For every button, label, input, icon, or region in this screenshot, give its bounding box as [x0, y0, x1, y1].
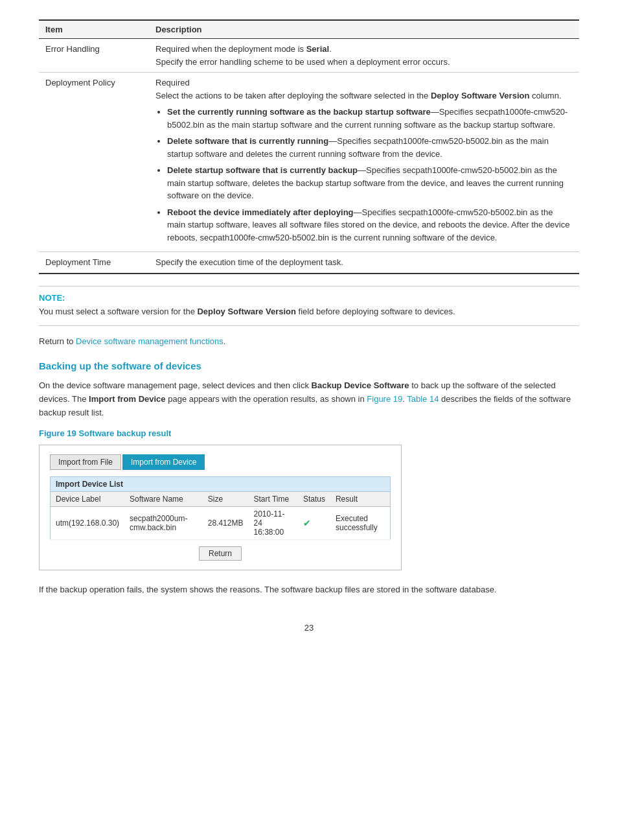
note-box: NOTE: You must select a software version… — [39, 286, 579, 327]
col-result: Result — [330, 492, 391, 507]
cell-result: Executed successfully — [330, 507, 391, 540]
import-table-row: utm(192.168.0.30) secpath2000um-cmw.back… — [51, 507, 391, 540]
row-desc-error-handling: Required when the deployment mode is Ser… — [149, 39, 579, 73]
cell-device-label: utm(192.168.0.30) — [51, 507, 125, 540]
section-heading: Backing up the software of devices — [39, 360, 579, 371]
import-table-header-row: Device Label Software Name Size Start Ti… — [51, 492, 391, 507]
row-item-deployment-policy: Deployment Policy — [39, 73, 149, 252]
table-header-item: Item — [39, 20, 149, 39]
list-item: Reboot the device immediately after depl… — [167, 206, 573, 244]
tab-import-from-device[interactable]: Import from Device — [122, 454, 205, 470]
cell-software-name: secpath2000um-cmw.back.bin — [124, 507, 203, 540]
col-size: Size — [203, 492, 249, 507]
col-start-time: Start Time — [248, 492, 297, 507]
cell-size: 28.412MB — [203, 507, 249, 540]
device-software-link[interactable]: Device software management functions — [76, 336, 223, 346]
col-device-label: Device Label — [51, 492, 125, 507]
main-content-table: Item Description Error Handling Required… — [39, 19, 579, 274]
screenshot-box: Import from File Import from Device Impo… — [39, 445, 402, 570]
success-icon: ✔ — [303, 518, 311, 528]
tab-bar: Import from File Import from Device — [50, 454, 391, 470]
cell-start-time: 2010-11-24 16:38:00 — [248, 507, 297, 540]
page-number: 23 — [39, 623, 579, 633]
note-label: NOTE: — [39, 293, 579, 303]
table-14-link[interactable]: Table 14 — [407, 394, 439, 404]
list-item: Delete startup software that is currentl… — [167, 164, 573, 202]
figure-label: Figure 19 Software backup result — [39, 428, 579, 438]
import-list-header: Import Device List — [50, 476, 391, 492]
figure-19-link[interactable]: Figure 19 — [367, 394, 402, 404]
list-item: Delete software that is currently runnin… — [167, 135, 573, 160]
list-item: Set the currently running software as th… — [167, 106, 573, 131]
col-status: Status — [298, 492, 330, 507]
body-text-2: If the backup operation fails, the syste… — [39, 583, 579, 597]
table-row: Error Handling Required when the deploym… — [39, 39, 579, 73]
cell-status: ✔ — [298, 507, 330, 540]
table-header-description: Description — [149, 20, 579, 39]
tab-import-from-file[interactable]: Import from File — [50, 454, 121, 470]
return-button-container: Return — [50, 546, 391, 561]
row-item-deployment-time: Deployment Time — [39, 252, 149, 274]
col-software-name: Software Name — [124, 492, 203, 507]
return-link-line: Return to Device software management fun… — [39, 336, 579, 346]
row-item-error-handling: Error Handling — [39, 39, 149, 73]
import-list-table: Device Label Software Name Size Start Ti… — [50, 492, 391, 540]
return-button[interactable]: Return — [199, 546, 242, 561]
section-body-text: On the device software management page, … — [39, 379, 579, 419]
row-desc-deployment-policy: Required Select the actions to be taken … — [149, 73, 579, 252]
table-row: Deployment Time Specify the execution ti… — [39, 252, 579, 274]
row-desc-deployment-time: Specify the execution time of the deploy… — [149, 252, 579, 274]
table-row: Deployment Policy Required Select the ac… — [39, 73, 579, 252]
note-text: You must select a software version for t… — [39, 305, 579, 318]
deployment-policy-list: Set the currently running software as th… — [167, 106, 573, 244]
